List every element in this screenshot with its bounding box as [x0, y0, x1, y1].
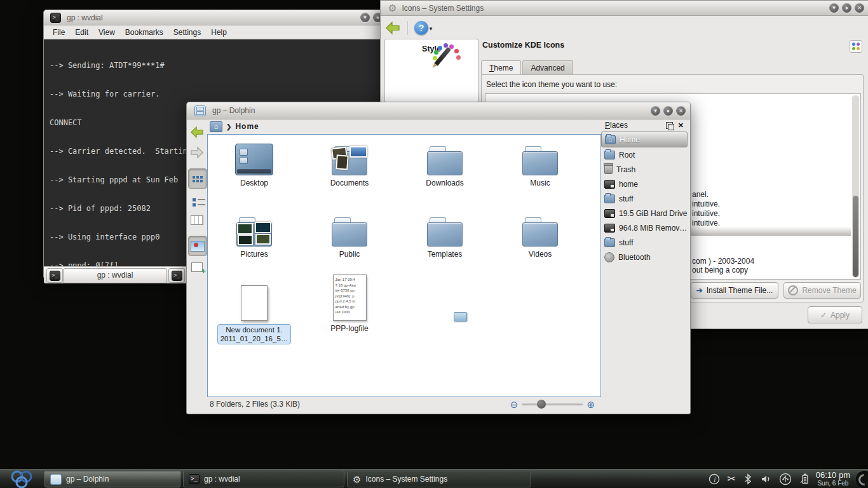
panel-toolbox-cashew[interactable] — [856, 471, 868, 488]
menu-file[interactable]: File — [48, 27, 70, 38]
columns-view-icon — [191, 215, 203, 225]
file-label: Pictures — [210, 250, 299, 259]
place-trash[interactable]: Trash — [601, 162, 688, 177]
bluetooth-icon[interactable] — [743, 473, 752, 485]
apply-button[interactable]: ✓ Apply — [808, 306, 862, 323]
place-hard-drive[interactable]: 19.5 GiB Hard Drive — [601, 206, 688, 220]
theme-description-fragment: out being a copy — [692, 266, 748, 274]
place-removable[interactable]: 964.8 MiB Remov… — [601, 220, 688, 235]
close-button[interactable]: ✕ — [855, 3, 864, 13]
remove-theme-button[interactable]: Remove Theme — [783, 282, 861, 299]
place-home-partition[interactable]: home — [601, 177, 688, 191]
file-item-pictures[interactable]: Pictures — [210, 210, 299, 259]
file-item-videos[interactable]: Videos — [496, 210, 585, 259]
system-settings-titlebar[interactable]: ⚙ Icons – System Settings ▼ ● ✕ — [381, 1, 868, 16]
terminal-title: gp : wvdial — [67, 13, 103, 22]
overview-icon[interactable] — [850, 40, 862, 53]
theme-list-fragment: intuitive. — [692, 209, 720, 218]
home-icon: ⌂ — [605, 135, 616, 144]
home-folder-icon[interactable]: ⌂ — [210, 121, 222, 132]
zoom-slider-knob[interactable] — [537, 400, 546, 409]
breadcrumb-home[interactable]: Home — [235, 122, 259, 131]
back-button[interactable] — [384, 21, 401, 35]
new-tab-button[interactable]: >_ — [46, 268, 63, 283]
bluetooth-icon — [604, 252, 614, 262]
zoom-slider[interactable] — [522, 403, 583, 405]
file-label: Music — [496, 179, 585, 187]
tab-theme[interactable]: Theme — [481, 60, 521, 75]
volume-icon[interactable] — [760, 473, 771, 485]
place-home[interactable]: ⌂Home — [601, 132, 688, 147]
task-wvdial[interactable]: >_ gp : wvdial — [183, 471, 344, 487]
help-button[interactable]: ?▼ — [414, 21, 428, 35]
document-icon — [241, 285, 268, 321]
place-bluetooth[interactable]: Bluetooth — [601, 250, 688, 264]
clock-widget[interactable]: 06:10 pm Sun, 6 Feb — [816, 471, 850, 487]
places-header[interactable]: Places ✕ — [601, 119, 688, 132]
float-panel-icon[interactable] — [666, 122, 673, 129]
file-item-templates[interactable]: Templates — [400, 210, 489, 259]
task-system-settings[interactable]: ⚙ Icons – System Settings — [347, 471, 531, 487]
file-item-new-document[interactable]: New document 1.2011_01_20_16_5… — [210, 275, 299, 344]
terminal-line: --> Sending: ATDT*99***1# — [50, 61, 394, 71]
zoom-in-icon[interactable]: ⊕ — [587, 400, 595, 409]
close-panel-icon[interactable]: ✕ — [678, 121, 684, 130]
scrollbar-thumb[interactable] — [853, 196, 858, 277]
icons-view-button[interactable] — [188, 168, 207, 189]
sidebar-item-label: Style — [385, 44, 478, 53]
folder-icon — [522, 217, 558, 247]
menu-edit[interactable]: Edit — [70, 27, 93, 38]
pictures-folder-icon — [236, 217, 272, 247]
sidebar-item-style[interactable]: Style — [385, 43, 478, 53]
info-icon[interactable]: i — [709, 473, 720, 485]
maximize-button[interactable]: ● — [842, 3, 851, 13]
file-item-public[interactable]: Public — [305, 210, 394, 259]
place-stuff-2[interactable]: stuff — [601, 235, 688, 250]
tab-advanced[interactable]: Advanced — [522, 60, 573, 75]
minimize-button[interactable]: ▼ — [360, 13, 370, 22]
system-settings-title: Icons – System Settings — [402, 4, 484, 13]
folder-icon — [604, 151, 615, 159]
zoom-out-icon[interactable]: ⊖ — [510, 400, 519, 409]
minimize-button[interactable]: ▼ — [829, 3, 839, 13]
menu-help[interactable]: Help — [206, 27, 232, 38]
columns-view-button[interactable] — [188, 210, 206, 229]
file-item-music[interactable]: Music — [496, 139, 585, 187]
close-button[interactable]: ✕ — [676, 106, 686, 116]
folder-icon — [427, 146, 463, 175]
file-item-desktop[interactable]: Desktop — [210, 139, 299, 187]
split-view-button[interactable] — [188, 257, 206, 276]
details-view-button[interactable] — [188, 190, 206, 209]
file-item-ppp-logfile[interactable]: Jan 17 09:4 7:18 gp-Asp ire-5738 pp pd[1… — [305, 275, 394, 333]
dolphin-titlebar[interactable]: gp – Dolphin ▼ ● ✕ — [187, 102, 690, 119]
minimize-button[interactable]: ▼ — [651, 106, 660, 116]
menu-settings[interactable]: Settings — [168, 27, 206, 38]
clock-time: 06:10 pm — [816, 471, 850, 479]
remove-theme-label: Remove Theme — [802, 286, 856, 295]
terminal-tab[interactable]: gp : wvdial — [63, 268, 167, 283]
place-stuff[interactable]: stuff — [601, 191, 688, 206]
usb-device-notifier-icon[interactable] — [779, 473, 792, 485]
terminal-menubar: File Edit View Bookmarks Settings Help — [44, 25, 400, 39]
app-launcher-button[interactable] — [0, 470, 44, 488]
battery-icon[interactable] — [799, 473, 810, 485]
maximize-button[interactable]: ● — [663, 106, 673, 116]
scrollbar[interactable] — [852, 95, 859, 278]
forward-button[interactable] — [188, 143, 206, 162]
tab-list-button[interactable]: >_ — [168, 268, 185, 283]
klipper-scissors-icon[interactable]: ✂ — [728, 474, 736, 484]
file-item-documents[interactable]: Documents — [305, 139, 394, 187]
terminal-titlebar[interactable]: >_ gp : wvdial ▼ ● ✕ — [44, 10, 400, 25]
system-tray: i ✂ — [709, 473, 810, 485]
chevron-down-icon: ▼ — [428, 22, 433, 36]
install-theme-button[interactable]: ➔ Install Theme File... — [691, 282, 778, 299]
place-root[interactable]: Root — [601, 147, 688, 162]
back-button[interactable] — [188, 123, 206, 142]
menu-view[interactable]: View — [93, 27, 120, 38]
menu-bookmarks[interactable]: Bookmarks — [120, 27, 168, 38]
file-item-downloads[interactable]: Downloads — [400, 139, 489, 187]
preview-button[interactable] — [188, 236, 207, 256]
task-dolphin[interactable]: gp – Dolphin — [44, 471, 180, 487]
no-entry-icon — [788, 285, 798, 295]
dolphin-statusbar: 8 Folders, 2 Files (3.3 KiB) ⊖ ⊕ — [207, 396, 600, 412]
